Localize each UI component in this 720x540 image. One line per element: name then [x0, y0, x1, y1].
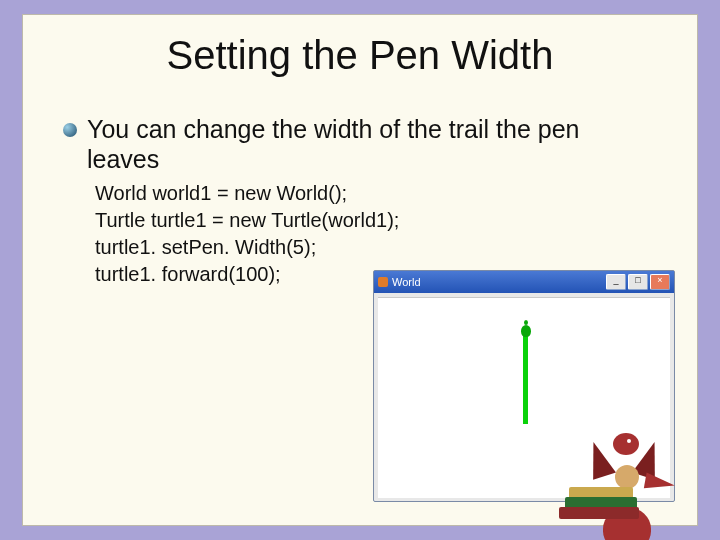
- world-window-title: World: [378, 276, 421, 288]
- slide-title: Setting the Pen Width: [23, 33, 697, 78]
- slide-content-panel: Setting the Pen Width You can change the…: [22, 14, 698, 526]
- books-icon: [559, 489, 639, 519]
- world-window-title-text: World: [392, 276, 421, 288]
- close-button[interactable]: ×: [650, 274, 670, 290]
- code-line-1: World world1 = new World();: [95, 180, 623, 207]
- code-line-2: Turtle turtle1 = new Turtle(world1);: [95, 207, 623, 234]
- world-window-titlebar[interactable]: World _ □ ×: [374, 271, 674, 293]
- code-line-3: turtle1. setPen. Width(5);: [95, 234, 623, 261]
- bullet-row: You can change the width of the trail th…: [63, 115, 623, 174]
- corner-decoration: [559, 409, 679, 519]
- slide-background: Setting the Pen Width You can change the…: [0, 0, 720, 540]
- bullet-icon: [63, 123, 77, 137]
- window-controls: _ □ ×: [606, 274, 670, 290]
- minimize-button[interactable]: _: [606, 274, 626, 290]
- bullet-text: You can change the width of the trail th…: [87, 115, 623, 174]
- java-icon: [378, 277, 388, 287]
- dragon-icon: [593, 407, 679, 493]
- slide-body: You can change the width of the trail th…: [63, 115, 623, 288]
- maximize-button[interactable]: □: [628, 274, 648, 290]
- pen-trail: [523, 336, 528, 424]
- turtle-icon: [518, 322, 534, 340]
